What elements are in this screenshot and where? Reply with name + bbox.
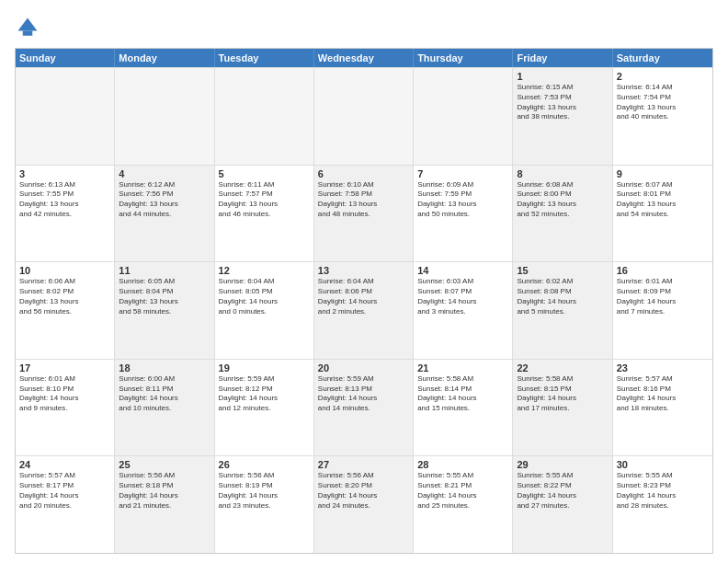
calendar-cell: 12Sunrise: 6:04 AM Sunset: 8:05 PM Dayli… xyxy=(215,262,314,359)
calendar: SundayMondayTuesdayWednesdayThursdayFrid… xyxy=(15,48,713,554)
day-number: 30 xyxy=(617,459,709,470)
calendar-cell: 14Sunrise: 6:03 AM Sunset: 8:07 PM Dayli… xyxy=(414,262,513,359)
weekday-header-wednesday: Wednesday xyxy=(314,49,414,67)
weekday-header-saturday: Saturday xyxy=(613,49,712,67)
calendar-cell: 7Sunrise: 6:09 AM Sunset: 7:59 PM Daylig… xyxy=(414,166,513,262)
calendar-cell: 28Sunrise: 5:55 AM Sunset: 8:21 PM Dayli… xyxy=(414,456,513,553)
calendar-cell: 19Sunrise: 5:59 AM Sunset: 8:12 PM Dayli… xyxy=(215,360,314,456)
day-number: 9 xyxy=(617,168,709,179)
day-info: Sunrise: 6:05 AM Sunset: 8:04 PM Dayligh… xyxy=(119,277,210,316)
day-info: Sunrise: 6:04 AM Sunset: 8:05 PM Dayligh… xyxy=(219,277,310,316)
calendar-cell: 26Sunrise: 5:56 AM Sunset: 8:19 PM Dayli… xyxy=(215,456,314,553)
day-info: Sunrise: 5:56 AM Sunset: 8:19 PM Dayligh… xyxy=(219,471,310,511)
calendar-cell: 8Sunrise: 6:08 AM Sunset: 8:00 PM Daylig… xyxy=(513,166,612,262)
day-info: Sunrise: 6:12 AM Sunset: 7:56 PM Dayligh… xyxy=(119,180,210,220)
day-info: Sunrise: 5:57 AM Sunset: 8:17 PM Dayligh… xyxy=(19,471,110,511)
calendar-row: 24Sunrise: 5:57 AM Sunset: 8:17 PM Dayli… xyxy=(16,455,712,553)
day-number: 8 xyxy=(517,168,608,179)
calendar-cell: 6Sunrise: 6:10 AM Sunset: 7:58 PM Daylig… xyxy=(314,166,414,262)
calendar-row: 1Sunrise: 6:15 AM Sunset: 7:53 PM Daylig… xyxy=(16,67,712,165)
day-number: 5 xyxy=(219,168,310,179)
calendar-cell: 15Sunrise: 6:02 AM Sunset: 8:08 PM Dayli… xyxy=(513,262,612,359)
day-number: 4 xyxy=(119,168,210,179)
day-info: Sunrise: 6:13 AM Sunset: 7:55 PM Dayligh… xyxy=(19,180,110,220)
day-number: 16 xyxy=(617,265,709,276)
day-number: 19 xyxy=(219,362,310,373)
day-info: Sunrise: 5:56 AM Sunset: 8:20 PM Dayligh… xyxy=(318,471,409,511)
day-number: 26 xyxy=(219,459,310,470)
calendar-cell: 9Sunrise: 6:07 AM Sunset: 8:01 PM Daylig… xyxy=(613,166,712,262)
calendar-cell: 30Sunrise: 5:55 AM Sunset: 8:23 PM Dayli… xyxy=(613,456,712,553)
calendar-header: SundayMondayTuesdayWednesdayThursdayFrid… xyxy=(16,49,712,67)
day-info: Sunrise: 6:03 AM Sunset: 8:07 PM Dayligh… xyxy=(417,277,508,316)
day-info: Sunrise: 5:59 AM Sunset: 8:13 PM Dayligh… xyxy=(318,374,409,414)
day-number: 23 xyxy=(617,362,709,373)
weekday-header-sunday: Sunday xyxy=(16,49,115,67)
calendar-cell xyxy=(16,68,115,165)
calendar-cell: 3Sunrise: 6:13 AM Sunset: 7:55 PM Daylig… xyxy=(16,166,115,262)
day-info: Sunrise: 5:58 AM Sunset: 8:15 PM Dayligh… xyxy=(517,374,608,414)
day-info: Sunrise: 5:55 AM Sunset: 8:23 PM Dayligh… xyxy=(617,471,709,511)
day-info: Sunrise: 6:07 AM Sunset: 8:01 PM Dayligh… xyxy=(617,180,709,220)
day-info: Sunrise: 5:55 AM Sunset: 8:22 PM Dayligh… xyxy=(517,471,608,511)
calendar-cell: 2Sunrise: 6:14 AM Sunset: 7:54 PM Daylig… xyxy=(613,68,712,165)
day-number: 29 xyxy=(517,459,608,470)
logo xyxy=(15,15,44,40)
day-info: Sunrise: 6:04 AM Sunset: 8:06 PM Dayligh… xyxy=(318,277,409,316)
day-info: Sunrise: 6:02 AM Sunset: 8:08 PM Dayligh… xyxy=(517,277,608,316)
weekday-header-friday: Friday xyxy=(513,49,612,67)
weekday-header-monday: Monday xyxy=(115,49,214,67)
day-number: 27 xyxy=(318,459,409,470)
weekday-header-thursday: Thursday xyxy=(414,49,513,67)
day-number: 14 xyxy=(417,265,508,276)
day-info: Sunrise: 5:56 AM Sunset: 8:18 PM Dayligh… xyxy=(119,471,210,511)
svg-rect-1 xyxy=(23,31,33,36)
calendar-cell: 24Sunrise: 5:57 AM Sunset: 8:17 PM Dayli… xyxy=(16,456,115,553)
calendar-row: 3Sunrise: 6:13 AM Sunset: 7:55 PM Daylig… xyxy=(16,165,712,262)
day-number: 13 xyxy=(318,265,409,276)
day-info: Sunrise: 6:01 AM Sunset: 8:09 PM Dayligh… xyxy=(617,277,709,316)
day-number: 2 xyxy=(617,71,709,82)
calendar-cell: 18Sunrise: 6:00 AM Sunset: 8:11 PM Dayli… xyxy=(115,360,214,456)
calendar-cell: 29Sunrise: 5:55 AM Sunset: 8:22 PM Dayli… xyxy=(513,456,612,553)
day-info: Sunrise: 6:01 AM Sunset: 8:10 PM Dayligh… xyxy=(19,374,110,414)
calendar-cell: 20Sunrise: 5:59 AM Sunset: 8:13 PM Dayli… xyxy=(314,360,414,456)
day-info: Sunrise: 6:10 AM Sunset: 7:58 PM Dayligh… xyxy=(318,180,409,220)
calendar-cell: 25Sunrise: 5:56 AM Sunset: 8:18 PM Dayli… xyxy=(115,456,214,553)
calendar-cell: 10Sunrise: 6:06 AM Sunset: 8:02 PM Dayli… xyxy=(16,262,115,359)
day-number: 10 xyxy=(19,265,110,276)
day-info: Sunrise: 5:58 AM Sunset: 8:14 PM Dayligh… xyxy=(417,374,508,414)
day-number: 18 xyxy=(119,362,210,373)
logo-icon xyxy=(15,15,40,40)
calendar-cell: 23Sunrise: 5:57 AM Sunset: 8:16 PM Dayli… xyxy=(613,360,712,456)
calendar-cell: 11Sunrise: 6:05 AM Sunset: 8:04 PM Dayli… xyxy=(115,262,214,359)
calendar-row: 10Sunrise: 6:06 AM Sunset: 8:02 PM Dayli… xyxy=(16,261,712,359)
header xyxy=(15,15,713,40)
calendar-cell xyxy=(115,68,214,165)
calendar-cell: 5Sunrise: 6:11 AM Sunset: 7:57 PM Daylig… xyxy=(215,166,314,262)
calendar-cell: 22Sunrise: 5:58 AM Sunset: 8:15 PM Dayli… xyxy=(513,360,612,456)
day-number: 7 xyxy=(417,168,508,179)
calendar-cell: 27Sunrise: 5:56 AM Sunset: 8:20 PM Dayli… xyxy=(314,456,414,553)
calendar-cell: 17Sunrise: 6:01 AM Sunset: 8:10 PM Dayli… xyxy=(16,360,115,456)
day-info: Sunrise: 6:15 AM Sunset: 7:53 PM Dayligh… xyxy=(517,83,608,122)
day-info: Sunrise: 5:55 AM Sunset: 8:21 PM Dayligh… xyxy=(417,471,508,511)
day-info: Sunrise: 6:08 AM Sunset: 8:00 PM Dayligh… xyxy=(517,180,608,220)
day-number: 6 xyxy=(318,168,409,179)
day-number: 1 xyxy=(517,71,608,82)
day-number: 22 xyxy=(517,362,608,373)
calendar-cell xyxy=(414,68,513,165)
day-info: Sunrise: 5:57 AM Sunset: 8:16 PM Dayligh… xyxy=(617,374,709,414)
day-info: Sunrise: 5:59 AM Sunset: 8:12 PM Dayligh… xyxy=(219,374,310,414)
calendar-cell xyxy=(215,68,314,165)
day-number: 12 xyxy=(219,265,310,276)
day-number: 3 xyxy=(19,168,110,179)
day-number: 15 xyxy=(517,265,608,276)
day-info: Sunrise: 6:11 AM Sunset: 7:57 PM Dayligh… xyxy=(219,180,310,220)
calendar-cell: 4Sunrise: 6:12 AM Sunset: 7:56 PM Daylig… xyxy=(115,166,214,262)
calendar-cell: 21Sunrise: 5:58 AM Sunset: 8:14 PM Dayli… xyxy=(414,360,513,456)
calendar-body: 1Sunrise: 6:15 AM Sunset: 7:53 PM Daylig… xyxy=(16,67,712,553)
day-number: 28 xyxy=(417,459,508,470)
weekday-header-tuesday: Tuesday xyxy=(215,49,314,67)
day-number: 11 xyxy=(119,265,210,276)
